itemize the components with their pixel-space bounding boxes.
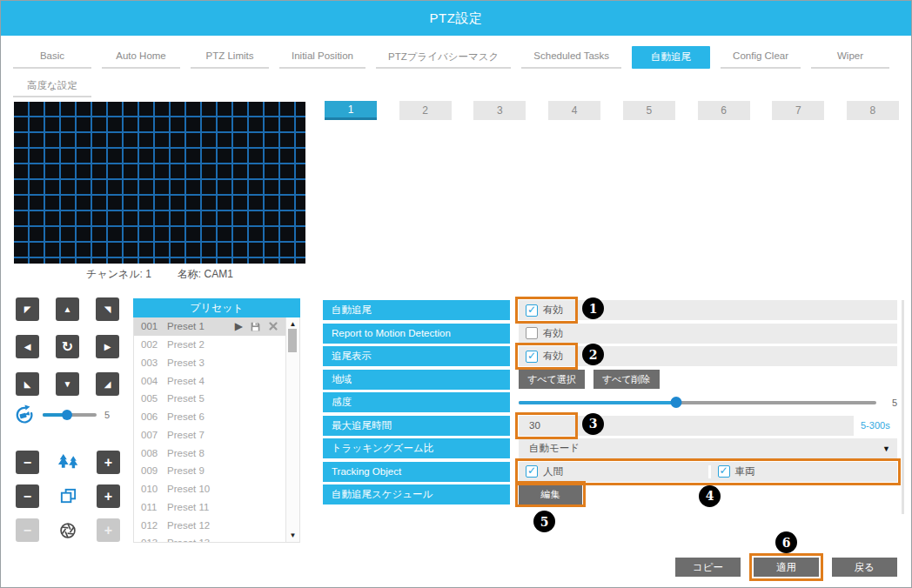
tab-config-clear[interactable]: Config Clear xyxy=(721,46,801,69)
preset-delete-icon[interactable] xyxy=(268,321,278,331)
preset-actions: ▶ xyxy=(235,317,278,336)
scrollbar-thumb[interactable] xyxy=(288,329,297,352)
preset-play-icon[interactable]: ▶ xyxy=(235,320,243,332)
apply-button[interactable]: 適用 xyxy=(754,558,819,577)
annotation-badge-5: 5 xyxy=(533,511,555,532)
focus-far-button[interactable]: + xyxy=(97,484,120,508)
setting-label: Tracking Object xyxy=(323,462,510,482)
channel-button-1[interactable]: 1 xyxy=(325,101,377,120)
preset-row[interactable]: 011Preset 11 xyxy=(134,498,299,517)
preset-row[interactable]: 010Preset 10 xyxy=(134,480,299,498)
preset-row[interactable]: 008Preset 8 xyxy=(134,444,299,462)
focus-near-button[interactable]: − xyxy=(16,484,39,508)
range-hint: 5-300s xyxy=(861,420,897,431)
tab-auto-home[interactable]: Auto Home xyxy=(102,46,180,69)
copy-button[interactable]: コピー xyxy=(675,558,741,577)
speed-slider-thumb[interactable] xyxy=(62,410,72,420)
preset-number: 009 xyxy=(141,465,167,476)
ptz-down-right-button[interactable]: ◢ xyxy=(96,372,119,396)
auto-tracking-checkbox[interactable] xyxy=(526,304,538,317)
checkbox-label: 車両 xyxy=(735,465,755,478)
channel-button-5[interactable]: 5 xyxy=(623,101,675,120)
edit-schedule-button[interactable]: 編集 xyxy=(519,485,582,504)
tab-ptz-limits[interactable]: PTZ Limits xyxy=(191,46,269,69)
channel-button-2[interactable]: 2 xyxy=(399,101,452,120)
channel-button-4[interactable]: 4 xyxy=(548,101,600,120)
preset-name: Preset 10 xyxy=(167,484,210,494)
tab-advanced-settings[interactable]: 高度な設定 xyxy=(13,75,91,97)
sensitivity-slider[interactable] xyxy=(519,401,876,404)
preset-row[interactable]: 002Preset 2 xyxy=(134,336,299,354)
preset-number: 002 xyxy=(141,339,167,350)
sensitivity-value: 5 xyxy=(889,398,897,408)
preset-row[interactable]: 005Preset 5 xyxy=(134,390,299,408)
chevron-down-icon: ▼ xyxy=(882,444,890,453)
settings-scroll-strip[interactable] xyxy=(902,300,904,514)
setting-row-tracking-zoom-ratio: トラッキングズーム比 自動モード ▼ xyxy=(323,438,897,458)
preset-name: Preset 1 xyxy=(167,321,205,331)
tab-wiper[interactable]: Wiper xyxy=(811,46,889,69)
checkbox-label: 人間 xyxy=(543,465,563,478)
zoom-in-button[interactable]: + xyxy=(97,451,120,474)
ptz-right-button[interactable]: ▶ xyxy=(96,335,119,358)
preset-list: 001Preset 1002Preset 2003Preset 3004Pres… xyxy=(133,317,300,543)
scrollbar-up-icon[interactable]: ▲ xyxy=(286,320,299,328)
zoom-out-button[interactable]: − xyxy=(16,451,39,474)
preset-save-icon[interactable] xyxy=(250,321,261,332)
preset-name: Preset 7 xyxy=(167,430,205,440)
setting-row-sensitivity: 感度 5 xyxy=(323,392,897,412)
tab-auto-tracking[interactable]: 自動追尾 xyxy=(632,46,710,69)
setting-row-tracking-object: Tracking Object 人間 車両 4 xyxy=(323,462,897,482)
ptz-auto-scan-button[interactable]: ↻ xyxy=(56,335,79,358)
tracking-display-checkbox[interactable] xyxy=(526,351,538,363)
preset-number: 013 xyxy=(141,538,167,543)
tracking-zoom-ratio-select[interactable]: 自動モード ▼ xyxy=(519,438,897,458)
ptz-down-left-button[interactable]: ◣ xyxy=(16,372,39,396)
back-button[interactable]: 戻る xyxy=(832,558,897,577)
preset-scrollbar[interactable]: ▲ ▼ xyxy=(285,317,299,542)
human-checkbox[interactable] xyxy=(526,465,538,478)
setting-label: 自動追尾スケジュール xyxy=(323,484,510,504)
preset-row[interactable]: 004Preset 4 xyxy=(134,371,299,390)
preset-panel: プリセット 001Preset 1002Preset 2003Preset 30… xyxy=(133,298,300,543)
ptz-up-right-button[interactable]: ◥ xyxy=(96,297,119,321)
preset-row[interactable]: 009Preset 9 xyxy=(134,462,299,480)
max-tracking-time-input[interactable]: 30 xyxy=(519,416,854,436)
ptz-down-button[interactable]: ▼ xyxy=(56,372,79,396)
channel-button-7[interactable]: 7 xyxy=(772,101,824,120)
select-all-button[interactable]: すべて選択 xyxy=(519,370,585,389)
sensitivity-slider-thumb[interactable] xyxy=(670,397,681,408)
tab-basic[interactable]: Basic xyxy=(13,46,91,69)
annotation-badge-6: 6 xyxy=(775,531,797,553)
setting-label: トラッキングズーム比 xyxy=(323,438,510,458)
ptz-up-left-button[interactable]: ◤ xyxy=(16,297,39,321)
ptz-up-button[interactable]: ▲ xyxy=(56,297,79,321)
iris-icon xyxy=(59,522,77,539)
tab-initial-position[interactable]: Initial Position xyxy=(279,46,365,69)
checkbox-label: 有効 xyxy=(543,327,563,340)
setting-label: Report to Motion Detection xyxy=(323,324,510,344)
delete-all-button[interactable]: すべて削除 xyxy=(593,370,660,389)
channel-button-6[interactable]: 6 xyxy=(698,101,750,120)
setting-label: 自動追尾 xyxy=(323,300,510,320)
dialog-title: PTZ設定 xyxy=(1,1,911,36)
vehicle-checkbox[interactable] xyxy=(718,465,730,478)
speed-slider[interactable] xyxy=(43,413,97,417)
channel-button-3[interactable]: 3 xyxy=(473,101,526,120)
channel-button-row: 12345678 xyxy=(325,101,899,120)
preset-row[interactable]: 013Preset 13 xyxy=(134,534,299,543)
preset-row[interactable]: 006Preset 6 xyxy=(134,408,299,426)
preset-number: 008 xyxy=(141,448,167,458)
preset-row[interactable]: 012Preset 12 xyxy=(134,516,299,534)
report-motion-checkbox[interactable] xyxy=(526,327,538,339)
channel-button-8[interactable]: 8 xyxy=(847,101,899,120)
tab-ptz-privacy-mask[interactable]: PTZプライバシーマスク xyxy=(376,46,511,69)
annotation-badge-1: 1 xyxy=(582,297,604,319)
scrollbar-down-icon[interactable]: ▼ xyxy=(286,531,299,539)
zoom-icon xyxy=(57,453,79,471)
footer-buttons: コピー 適用 6 戻る xyxy=(675,558,897,577)
preset-row[interactable]: 007Preset 7 xyxy=(134,426,299,444)
ptz-left-button[interactable]: ◀ xyxy=(16,335,39,358)
tab-scheduled-tasks[interactable]: Scheduled Tasks xyxy=(521,46,621,69)
preset-row[interactable]: 003Preset 3 xyxy=(134,354,299,372)
